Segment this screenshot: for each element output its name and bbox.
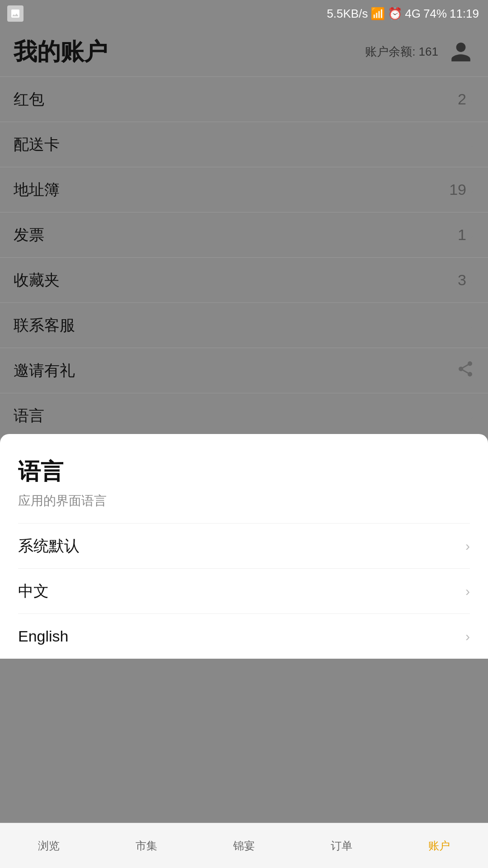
chevron-right-icon: › <box>470 273 474 288</box>
language-dialog: 语言 应用的界面语言 系统默认 › 中文 › English › <box>0 434 488 659</box>
nav-label-orders: 订单 <box>331 839 352 853</box>
language-option-chinese[interactable]: 中文 › <box>18 568 470 613</box>
chevron-right-icon: › <box>465 629 470 644</box>
invoice-count: 1 <box>458 226 466 244</box>
battery: 74% <box>423 7 447 21</box>
nav-item-browse[interactable]: 浏览 <box>0 839 98 853</box>
header-right: 账户余额: 161 <box>365 38 474 66</box>
menu-right-invite <box>456 360 474 382</box>
hongbao-count: 2 <box>458 90 466 108</box>
menu-item-favorites[interactable]: 收藏夹 3 › <box>0 258 488 303</box>
menu-right-language: › <box>470 408 474 424</box>
nav-item-account[interactable]: 账户 <box>390 839 488 853</box>
menu-label-delivery-card: 配送卡 <box>14 134 60 155</box>
dialog-title: 语言 <box>18 457 470 487</box>
time: 11:19 <box>450 7 479 21</box>
menu-right-hongbao: 2 › <box>458 90 474 108</box>
menu-label-invite: 邀请有礼 <box>14 360 75 381</box>
favorites-count: 3 <box>458 271 466 289</box>
nav-item-feast[interactable]: 锦宴 <box>195 839 293 853</box>
menu-label-invoice: 发票 <box>14 225 44 245</box>
nav-label-market: 市集 <box>136 839 157 853</box>
menu-label-language: 语言 <box>14 406 44 426</box>
menu-item-address-book[interactable]: 地址簿 19 › <box>0 167 488 212</box>
menu-item-invite[interactable]: 邀请有礼 <box>0 348 488 393</box>
account-balance: 账户余额: 161 <box>365 44 438 60</box>
avatar-icon[interactable] <box>447 38 474 66</box>
alarm-icon: ⏰ <box>388 7 402 21</box>
menu-label-address-book: 地址簿 <box>14 179 60 200</box>
menu-right-customer-service: › <box>470 318 474 333</box>
menu-right-delivery-card: › <box>470 137 474 152</box>
page-header: 我的账户 账户余额: 161 <box>0 27 488 77</box>
nav-label-browse: 浏览 <box>38 839 60 853</box>
menu-right-invoice: 1 › <box>458 226 474 244</box>
language-option-english[interactable]: English › <box>18 613 470 659</box>
share-icon <box>456 360 474 382</box>
status-right: 5.5KB/s 📶 ⏰ 4G 74% 11:19 <box>327 7 479 21</box>
menu-item-language[interactable]: 语言 › <box>0 393 488 439</box>
language-option-system-default[interactable]: 系统默认 › <box>18 523 470 568</box>
menu-item-delivery-card[interactable]: 配送卡 › <box>0 122 488 167</box>
chevron-right-icon: › <box>470 408 474 424</box>
menu-list: 红包 2 › 配送卡 › 地址簿 19 › 发票 1 › 收藏夹 3 › <box>0 77 488 439</box>
menu-right-address-book: 19 › <box>449 181 474 198</box>
chevron-right-icon: › <box>470 92 474 107</box>
chevron-right-icon: › <box>470 137 474 152</box>
dialog-subtitle: 应用的界面语言 <box>18 492 470 509</box>
language-label-english: English <box>18 627 69 645</box>
bottom-nav: 浏览 市集 锦宴 订单 账户 <box>0 823 488 868</box>
nav-label-account: 账户 <box>428 839 450 853</box>
language-label-chinese: 中文 <box>18 581 49 602</box>
menu-label-customer-service: 联系客服 <box>14 315 75 336</box>
photo-icon <box>7 5 23 22</box>
chevron-right-icon: › <box>470 182 474 198</box>
chevron-right-icon: › <box>470 227 474 243</box>
menu-item-customer-service[interactable]: 联系客服 › <box>0 303 488 348</box>
menu-item-invoice[interactable]: 发票 1 › <box>0 212 488 258</box>
menu-right-favorites: 3 › <box>458 271 474 289</box>
page-title: 我的账户 <box>14 36 108 68</box>
nav-item-orders[interactable]: 订单 <box>293 839 390 853</box>
menu-label-favorites: 收藏夹 <box>14 270 60 291</box>
nav-label-feast: 锦宴 <box>233 839 255 853</box>
address-count: 19 <box>449 181 466 198</box>
signal-icons: 📶 <box>371 7 385 21</box>
chevron-right-icon: › <box>470 318 474 333</box>
chevron-right-icon: › <box>465 538 470 554</box>
status-bar: 5.5KB/s 📶 ⏰ 4G 74% 11:19 <box>0 0 488 27</box>
chevron-right-icon: › <box>465 584 470 599</box>
menu-item-hongbao[interactable]: 红包 2 › <box>0 77 488 122</box>
language-label-system-default: 系统默认 <box>18 536 80 557</box>
data-icon: 4G <box>405 7 421 21</box>
menu-label-hongbao: 红包 <box>14 89 44 110</box>
nav-item-market[interactable]: 市集 <box>98 839 195 853</box>
network-speed: 5.5KB/s <box>327 7 368 21</box>
status-left <box>7 5 23 22</box>
